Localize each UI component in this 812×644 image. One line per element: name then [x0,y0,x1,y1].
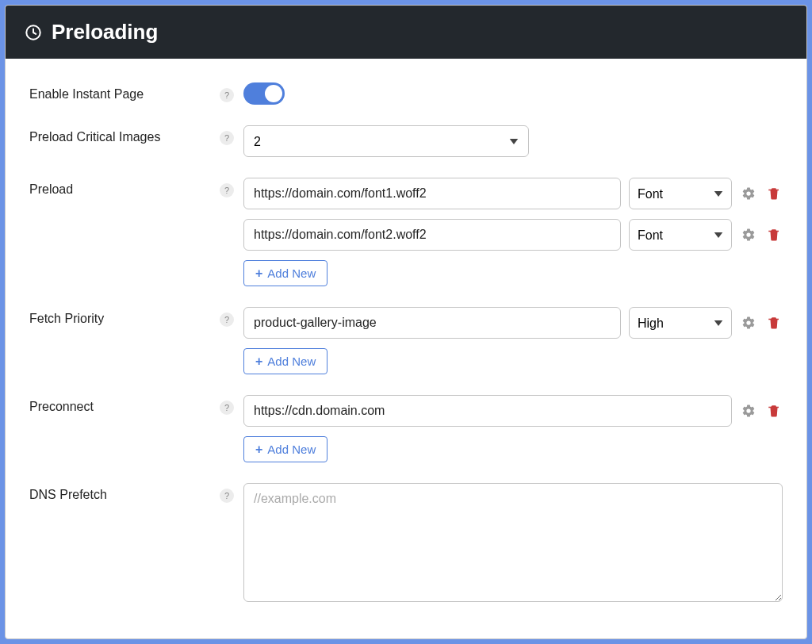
help-icon[interactable]: ? [220,131,234,145]
trash-icon[interactable] [765,314,783,332]
preload-type-select[interactable]: Font [629,219,732,251]
row-fetch-priority: Fetch Priority ? High +Add New [29,307,783,374]
help-icon[interactable]: ? [220,401,234,415]
preload-type-select[interactable]: Font [629,178,732,209]
label-dns-prefetch: DNS Prefetch [29,483,220,502]
preload-item: Font [243,178,783,209]
help-icon[interactable]: ? [220,183,234,197]
trash-icon[interactable] [765,402,783,420]
panel-header: Preloading [6,6,806,59]
preconnect-item [243,395,783,427]
add-new-button[interactable]: +Add New [243,260,327,286]
preload-url-input[interactable] [243,219,621,251]
gear-icon[interactable] [740,185,757,202]
label-preload: Preload [29,178,220,197]
critical-images-select[interactable]: 2 [243,125,529,157]
label-preconnect: Preconnect [29,395,220,414]
trash-icon[interactable] [765,226,783,243]
plus-icon: + [255,443,262,456]
preloading-panel: Preloading Enable Instant Page ? Preload… [5,5,807,639]
label-critical-images: Preload Critical Images [29,125,220,144]
page-title: Preloading [52,20,158,44]
row-preconnect: Preconnect ? +Add New [29,395,783,462]
panel-content: Enable Instant Page ? Preload Critical I… [6,59,806,618]
dns-prefetch-textarea[interactable] [243,483,783,602]
trash-icon[interactable] [765,185,783,202]
instant-page-toggle[interactable] [243,82,285,105]
gear-icon[interactable] [740,314,757,332]
row-critical-images: Preload Critical Images ? 2 [29,125,783,157]
add-new-label: Add New [267,355,316,368]
row-dns-prefetch: DNS Prefetch ? [29,483,783,602]
row-preload: Preload ? Font Font +Add New [29,178,783,286]
clock-icon [25,24,42,41]
fetch-priority-input[interactable] [243,307,621,339]
fetch-priority-select[interactable]: High [629,307,732,339]
preconnect-url-input[interactable] [243,395,732,427]
preload-item: Font [243,219,783,251]
help-icon[interactable]: ? [220,312,234,327]
row-instant-page: Enable Instant Page ? [29,82,783,105]
add-new-button[interactable]: +Add New [243,436,327,462]
label-fetch-priority: Fetch Priority [29,307,220,326]
gear-icon[interactable] [740,402,757,420]
add-new-label: Add New [267,443,316,456]
add-new-label: Add New [267,266,316,280]
gear-icon[interactable] [740,226,757,243]
preload-url-input[interactable] [243,178,621,209]
label-instant-page: Enable Instant Page [29,82,220,102]
plus-icon: + [255,267,262,280]
fetch-priority-item: High [243,307,783,339]
help-icon[interactable]: ? [220,489,234,503]
plus-icon: + [255,355,262,368]
add-new-button[interactable]: +Add New [243,348,327,374]
help-icon[interactable]: ? [220,88,234,102]
